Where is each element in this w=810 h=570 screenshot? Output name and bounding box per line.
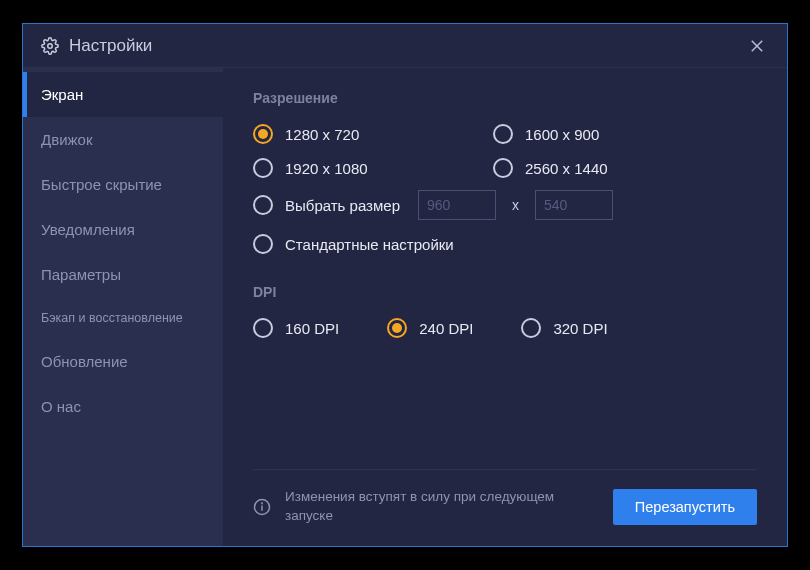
main-panel: Разрешение 1280 х 720 1600 х 900 1920 х … — [223, 68, 787, 546]
resolution-options: 1280 х 720 1600 х 900 1920 х 1080 2560 х… — [253, 124, 757, 178]
sidebar-item-backup-restore[interactable]: Бэкап и восстановление — [23, 297, 223, 339]
radio-icon — [493, 124, 513, 144]
radio-label: 2560 х 1440 — [525, 160, 608, 177]
resolution-option-standard[interactable]: Стандартные настройки — [253, 234, 757, 254]
radio-label: Стандартные настройки — [285, 236, 454, 253]
settings-window: Настройки Экран Движок Быстрое скрытие У… — [22, 23, 788, 547]
dpi-heading: DPI — [253, 284, 757, 300]
window-title: Настройки — [69, 36, 741, 56]
sidebar: Экран Движок Быстрое скрытие Уведомления… — [23, 68, 223, 546]
radio-label: 1280 х 720 — [285, 126, 359, 143]
radio-icon — [493, 158, 513, 178]
sidebar-item-parameters[interactable]: Параметры — [23, 252, 223, 297]
resolution-option-1920x1080[interactable]: 1920 х 1080 — [253, 158, 493, 178]
radio-icon — [253, 318, 273, 338]
sidebar-item-label: Уведомления — [41, 221, 135, 238]
resolution-heading: Разрешение — [253, 90, 757, 106]
sidebar-item-update[interactable]: Обновление — [23, 339, 223, 384]
resolution-custom-row: Выбрать размер x — [253, 190, 757, 220]
radio-label: Выбрать размер — [285, 197, 400, 214]
footer: Изменения вступят в силу при следующем з… — [253, 469, 757, 546]
radio-icon — [521, 318, 541, 338]
window-body: Экран Движок Быстрое скрытие Уведомления… — [23, 68, 787, 546]
sidebar-item-notifications[interactable]: Уведомления — [23, 207, 223, 252]
dpi-option-240[interactable]: 240 DPI — [387, 318, 473, 338]
custom-width-input[interactable] — [418, 190, 496, 220]
info-icon — [253, 498, 271, 516]
gear-icon — [41, 37, 59, 55]
dpi-option-320[interactable]: 320 DPI — [521, 318, 607, 338]
svg-point-0 — [48, 43, 53, 48]
dpi-option-160[interactable]: 160 DPI — [253, 318, 339, 338]
restart-notice: Изменения вступят в силу при следующем з… — [285, 488, 599, 526]
sidebar-item-label: Быстрое скрытие — [41, 176, 162, 193]
resolution-option-custom[interactable] — [253, 195, 273, 215]
radio-label: 320 DPI — [553, 320, 607, 337]
close-button[interactable] — [741, 30, 773, 62]
dpi-options: 160 DPI 240 DPI 320 DPI — [253, 318, 757, 338]
sidebar-item-screen[interactable]: Экран — [23, 72, 223, 117]
sidebar-item-quick-hide[interactable]: Быстрое скрытие — [23, 162, 223, 207]
sidebar-item-label: Параметры — [41, 266, 121, 283]
resolution-option-1600x900[interactable]: 1600 х 900 — [493, 124, 757, 144]
sidebar-item-label: О нас — [41, 398, 81, 415]
radio-icon — [387, 318, 407, 338]
titlebar: Настройки — [23, 24, 787, 68]
radio-label: 240 DPI — [419, 320, 473, 337]
sidebar-item-label: Экран — [41, 86, 83, 103]
sidebar-item-label: Обновление — [41, 353, 128, 370]
sidebar-item-label: Движок — [41, 131, 92, 148]
svg-point-5 — [262, 503, 263, 504]
dimension-separator: x — [508, 197, 523, 213]
sidebar-item-label: Бэкап и восстановление — [41, 311, 183, 325]
radio-icon — [253, 234, 273, 254]
close-icon — [748, 37, 766, 55]
radio-icon — [253, 124, 273, 144]
sidebar-item-engine[interactable]: Движок — [23, 117, 223, 162]
sidebar-item-about[interactable]: О нас — [23, 384, 223, 429]
resolution-option-2560x1440[interactable]: 2560 х 1440 — [493, 158, 757, 178]
radio-label: 1600 х 900 — [525, 126, 599, 143]
radio-label: 1920 х 1080 — [285, 160, 368, 177]
resolution-option-1280x720[interactable]: 1280 х 720 — [253, 124, 493, 144]
custom-height-input[interactable] — [535, 190, 613, 220]
radio-icon — [253, 158, 273, 178]
restart-button[interactable]: Перезапустить — [613, 489, 757, 525]
radio-label: 160 DPI — [285, 320, 339, 337]
